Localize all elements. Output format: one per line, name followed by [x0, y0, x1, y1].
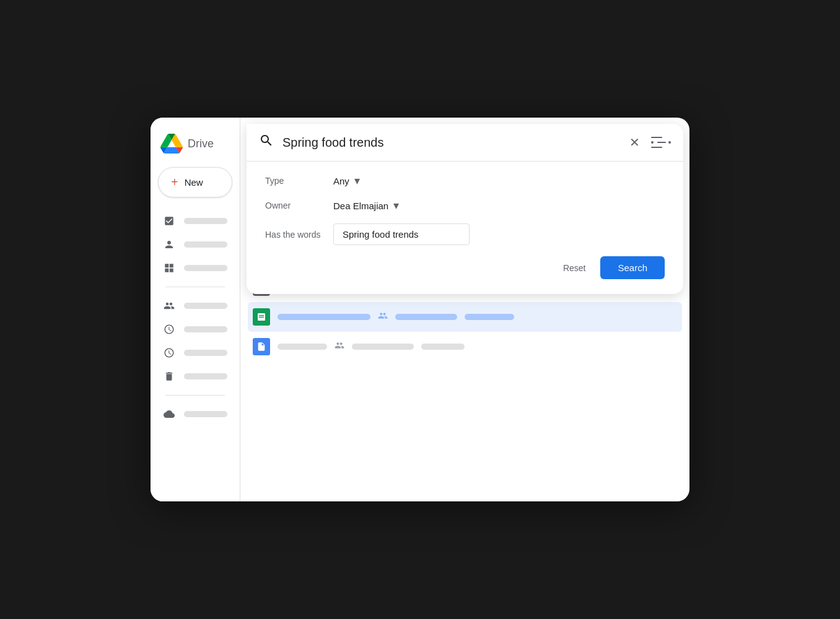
- drive-logo-icon: [160, 132, 183, 155]
- search-input[interactable]: [282, 136, 618, 150]
- col-bar: [352, 344, 414, 350]
- star-icon: [163, 347, 175, 359]
- sidebar-divider: [165, 287, 225, 287]
- app-title: Drive: [188, 137, 214, 150]
- words-input[interactable]: [333, 223, 470, 245]
- search-icon: [259, 133, 274, 152]
- words-label: Has the words: [265, 230, 321, 240]
- people-icon: [378, 311, 388, 323]
- owner-label: Owner: [265, 201, 321, 210]
- person-icon: [163, 238, 175, 251]
- close-icon[interactable]: ✕: [627, 132, 642, 152]
- sheets-icon: [253, 308, 270, 326]
- table-row[interactable]: [248, 332, 682, 361]
- sidebar-item-shared-drives[interactable]: [155, 257, 235, 279]
- type-select[interactable]: Any ▾: [333, 174, 360, 188]
- main-content: ✕ Type Any ▾: [240, 118, 689, 501]
- checkbox-icon: [163, 215, 175, 227]
- search-filters-panel: Type Any ▾ Owner Dea Elmajian ▾ Ha: [247, 162, 683, 294]
- sidebar-item-label: [184, 241, 227, 248]
- type-label: Type: [265, 176, 321, 186]
- plus-icon: +: [171, 175, 178, 189]
- sidebar-item-label: [184, 373, 227, 379]
- sidebar-nav: [151, 210, 240, 425]
- docs-icon: [253, 338, 270, 355]
- owner-dropdown-arrow-icon: ▾: [393, 199, 399, 212]
- col-bar: [421, 344, 465, 350]
- table-row[interactable]: [248, 302, 682, 332]
- grid-icon: [163, 262, 175, 274]
- search-button[interactable]: Search: [600, 256, 665, 279]
- sidebar-item-label: [184, 265, 227, 271]
- sidebar-item-storage[interactable]: [155, 403, 235, 425]
- sidebar-header: Drive: [151, 128, 240, 167]
- trash-icon: [163, 370, 175, 383]
- sidebar-item-computers[interactable]: [155, 295, 235, 317]
- sidebar-item-label: [184, 303, 227, 309]
- sidebar-item-label: [184, 350, 227, 356]
- type-dropdown-arrow-icon: ▾: [354, 174, 360, 188]
- filter-owner-row: Owner Dea Elmajian ▾: [265, 199, 665, 212]
- clock-icon: [163, 323, 175, 335]
- sidebar-item-label: [184, 411, 227, 417]
- sidebar-item-trash[interactable]: [155, 365, 235, 387]
- col-bar: [395, 314, 457, 320]
- sidebar-item-starred[interactable]: [155, 342, 235, 364]
- new-button[interactable]: + New: [158, 167, 232, 197]
- sidebar-item-my-drive[interactable]: [155, 210, 235, 232]
- people-icon: [335, 340, 344, 353]
- filter-icon[interactable]: [651, 136, 671, 149]
- sidebar-item-recent[interactable]: [155, 318, 235, 340]
- filter-words-row: Has the words: [265, 223, 665, 245]
- sidebar-item-shared-with-me[interactable]: [155, 233, 235, 256]
- sidebar-item-label: [184, 218, 227, 224]
- reset-button[interactable]: Reset: [553, 257, 596, 279]
- col-bar: [465, 314, 514, 320]
- app-window: Drive + New: [151, 118, 689, 501]
- owner-value: Dea Elmajian: [333, 201, 388, 211]
- search-overlay-panel: ✕ Type Any ▾: [247, 124, 683, 294]
- people-icon: [163, 300, 175, 312]
- file-name-bar: [278, 314, 370, 320]
- filter-type-row: Type Any ▾: [265, 174, 665, 188]
- file-name-bar: [278, 344, 327, 350]
- type-value: Any: [333, 176, 349, 186]
- sidebar-item-label: [184, 326, 227, 332]
- new-button-label: New: [185, 177, 203, 188]
- sidebar: Drive + New: [151, 118, 240, 501]
- search-bar: ✕: [247, 124, 683, 162]
- owner-select[interactable]: Dea Elmajian ▾: [333, 199, 399, 212]
- sidebar-divider-2: [165, 395, 225, 396]
- filter-actions: Reset Search: [265, 256, 665, 279]
- cloud-icon: [163, 408, 175, 420]
